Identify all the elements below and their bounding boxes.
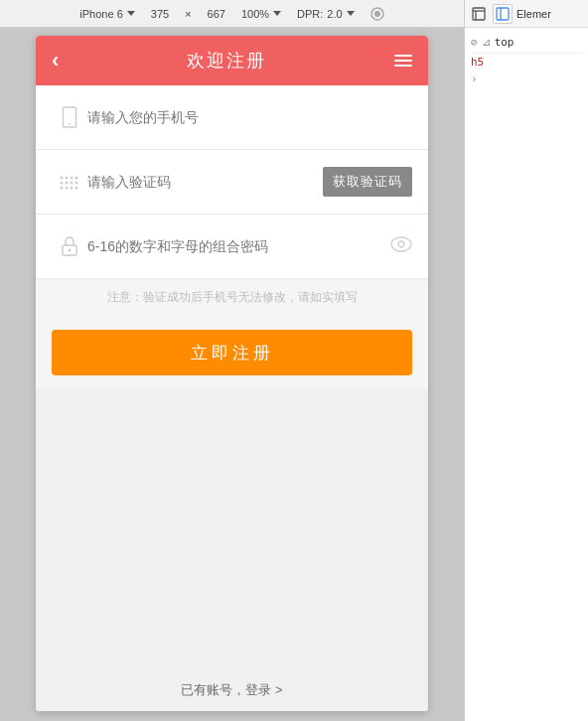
register-button[interactable]: 立即注册 — [52, 330, 412, 375]
devtools-element-h5: h5 — [471, 54, 582, 71]
svg-point-5 — [71, 177, 74, 180]
svg-point-16 — [69, 249, 72, 252]
menu-line-1 — [394, 55, 412, 57]
svg-point-12 — [66, 187, 69, 190]
devtools-filter-toolbar: ⊘ ⊿ top — [471, 32, 582, 54]
verify-input[interactable] — [87, 174, 323, 190]
height-display: 667 — [208, 8, 225, 20]
zoom-dropdown-icon — [273, 11, 281, 16]
dimension-x: × — [185, 8, 191, 20]
svg-point-7 — [61, 182, 64, 185]
device-name: iPhone 6 — [79, 8, 122, 20]
svg-point-11 — [61, 187, 64, 190]
notice-text: 注意：验证成功后手机号无法修改，请如实填写 — [36, 279, 428, 316]
page-title: 欢迎注册 — [187, 49, 266, 72]
expand-arrow[interactable]: › — [471, 72, 478, 85]
svg-point-10 — [75, 182, 78, 185]
svg-point-1 — [374, 11, 380, 17]
svg-point-17 — [391, 237, 411, 251]
svg-point-4 — [66, 177, 69, 180]
device-frame: ‹ 欢迎注册 — [36, 36, 428, 711]
width-value: 375 — [151, 8, 169, 20]
filter-block-icon: ⊘ — [471, 36, 478, 49]
filter-funnel-icon: ⊿ — [482, 36, 491, 49]
phone-row — [36, 85, 428, 150]
devtools-cursor-icon[interactable] — [493, 4, 513, 24]
height-value: 667 — [208, 8, 225, 20]
width-display: 375 — [151, 8, 169, 20]
devtools-panel: Elemer ⊘ ⊿ top h5 › — [464, 0, 588, 721]
get-verify-btn[interactable]: 获取验证码 — [323, 167, 412, 197]
verify-row: 获取验证码 — [36, 150, 428, 215]
svg-point-6 — [75, 177, 78, 180]
browser-toolbar: iPhone 6 375 × 667 100% DPR: 2.0 — [0, 0, 464, 28]
dpr-dropdown-icon — [347, 11, 355, 16]
menu-button[interactable] — [394, 55, 412, 67]
svg-point-8 — [66, 182, 69, 185]
h5-tag: h5 — [471, 56, 484, 69]
eye-toggle-icon[interactable] — [390, 236, 412, 257]
menu-line-3 — [394, 65, 412, 67]
left-panel: iPhone 6 375 × 667 100% DPR: 2.0 — [0, 0, 464, 721]
capture-icon[interactable] — [370, 7, 384, 21]
device-area: ‹ 欢迎注册 — [0, 28, 464, 721]
svg-point-9 — [71, 182, 74, 185]
svg-rect-19 — [473, 8, 485, 20]
svg-point-18 — [398, 241, 404, 247]
svg-rect-22 — [497, 8, 509, 20]
back-button[interactable]: ‹ — [52, 50, 59, 72]
phone-input[interactable] — [87, 109, 412, 125]
devtools-element-arrow[interactable]: › — [471, 71, 582, 87]
device-dropdown-icon — [127, 11, 135, 16]
app-header: ‹ 欢迎注册 — [36, 36, 428, 85]
dots-icon — [52, 164, 87, 200]
dpr-selector[interactable]: DPR: 2.0 — [297, 8, 355, 20]
zoom-selector[interactable]: 100% — [241, 8, 281, 20]
password-row — [36, 215, 428, 279]
filter-text: top — [495, 36, 514, 49]
phone-icon — [52, 99, 87, 135]
register-btn-area: 立即注册 — [36, 316, 428, 389]
elements-tab-label[interactable]: Elemer — [516, 8, 551, 20]
content-area — [36, 389, 428, 668]
devtools-inspect-icon[interactable] — [469, 4, 489, 24]
svg-point-14 — [75, 187, 78, 190]
password-input[interactable] — [87, 238, 390, 254]
device-selector[interactable]: iPhone 6 — [79, 8, 134, 20]
svg-point-13 — [71, 187, 74, 190]
dpr-value: 2.0 — [327, 8, 342, 20]
devtools-content: ⊘ ⊿ top h5 › — [465, 28, 588, 721]
zoom-value: 100% — [241, 8, 269, 20]
menu-line-2 — [394, 60, 412, 62]
lock-icon — [52, 228, 87, 264]
svg-point-2 — [69, 123, 71, 125]
login-link[interactable]: 已有账号，登录 > — [181, 682, 282, 697]
devtools-tabs: Elemer — [465, 0, 588, 28]
form-area: 获取验证码 — [36, 85, 428, 279]
login-link-area: 已有账号，登录 > — [36, 668, 428, 711]
svg-point-3 — [61, 177, 64, 180]
dpr-label: DPR: — [297, 8, 323, 20]
